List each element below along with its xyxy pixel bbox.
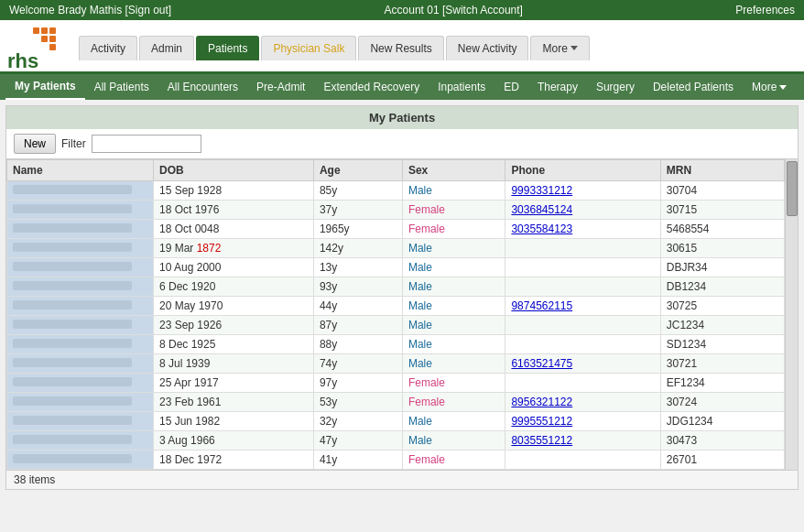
phone-link[interactable]: 9874562115 — [511, 299, 572, 312]
patient-dob: 19 Mar 1872 — [154, 239, 314, 258]
nav-tab-new-activity[interactable]: New Activity — [446, 36, 529, 60]
secondary-nav-surgery[interactable]: Surgery — [587, 75, 644, 99]
patient-name-cell[interactable] — [7, 277, 154, 297]
col-header-name[interactable]: Name — [7, 160, 154, 181]
scrollbar-thumb[interactable] — [787, 161, 798, 216]
phone-link[interactable]: 3035584123 — [511, 223, 572, 235]
secondary-nav-pre-admit[interactable]: Pre-Admit — [247, 75, 314, 99]
patient-name-cell[interactable] — [7, 412, 154, 431]
table-row[interactable]: 15 Sep 192885yMale999333121230704 — [7, 181, 785, 201]
nav-tab-patients[interactable]: Patients — [196, 36, 259, 60]
phone-link[interactable]: 9995551212 — [511, 415, 572, 428]
logo-nav-area: rhs Activity Admin Patients Physician Sa… — [0, 20, 804, 74]
secondary-nav-deleted-patients[interactable]: Deleted Patients — [644, 75, 743, 99]
patient-name-cell[interactable] — [7, 354, 154, 374]
patient-name-cell[interactable] — [7, 220, 154, 239]
table-row[interactable]: 6 Dec 192093yMaleDB1234 — [7, 277, 785, 297]
patient-name-cell[interactable] — [7, 181, 154, 201]
scrollbar[interactable] — [785, 159, 798, 470]
content-title: My Patients — [6, 106, 798, 129]
secondary-nav-more[interactable]: More — [743, 75, 796, 99]
patient-name-blurred — [13, 243, 132, 252]
secondary-nav-inpatients[interactable]: Inpatients — [429, 75, 494, 99]
patient-sex: Male — [402, 335, 505, 354]
patient-name-cell[interactable] — [7, 335, 154, 354]
patient-name-cell[interactable] — [7, 374, 154, 393]
nav-tab-admin[interactable]: Admin — [139, 36, 194, 60]
patient-name-cell[interactable] — [7, 239, 154, 258]
table-row[interactable]: 18 Oct 00481965yFemale30355841235468554 — [7, 220, 785, 239]
new-button[interactable]: New — [14, 134, 56, 154]
col-header-sex[interactable]: Sex — [402, 160, 505, 181]
patient-mrn: 30724 — [660, 393, 784, 412]
patient-name-cell[interactable] — [7, 431, 154, 451]
table-row[interactable]: 19 Mar 1872142yMale30615 — [7, 239, 785, 258]
patient-name-cell[interactable] — [7, 316, 154, 335]
table-row[interactable]: 20 May 197044yMale987456211530725 — [7, 297, 785, 316]
phone-link[interactable]: 8956321122 — [511, 396, 572, 408]
patient-sex: Male — [402, 354, 505, 374]
preferences-text[interactable]: Preferences — [735, 4, 795, 16]
patient-name-blurred — [13, 377, 132, 386]
patient-table: Name DOB Age Sex Phone MRN 15 Sep 192885… — [6, 159, 785, 470]
patient-age: 37y — [313, 201, 402, 220]
patient-name-cell[interactable] — [7, 451, 154, 470]
table-row[interactable]: 8 Jul 193974yMale616352147530721 — [7, 354, 785, 374]
table-row[interactable]: 3 Aug 196647yMale803555121230473 — [7, 431, 785, 451]
col-header-mrn[interactable]: MRN — [660, 160, 784, 181]
patient-dob: 18 Dec 1972 — [154, 451, 314, 470]
patient-phone[interactable]: 3036845124 — [505, 201, 660, 220]
patient-sex: Male — [402, 431, 505, 451]
secondary-nav-my-patients[interactable]: My Patients — [5, 74, 85, 100]
welcome-text[interactable]: Welcome Brady Mathis [Sign out] — [9, 4, 171, 16]
patient-phone[interactable]: 3035584123 — [505, 220, 660, 239]
table-row[interactable]: 25 Apr 191797yFemaleEF1234 — [7, 374, 785, 393]
col-header-age[interactable]: Age — [313, 160, 402, 181]
nav-tab-more[interactable]: More — [530, 36, 589, 60]
secondary-nav-all-encounters[interactable]: All Encounters — [158, 75, 247, 99]
table-row[interactable]: 23 Feb 196153yFemale895632112230724 — [7, 393, 785, 412]
patient-name-blurred — [13, 300, 132, 309]
phone-link[interactable]: 3036845124 — [511, 203, 572, 216]
nav-tab-activity[interactable]: Activity — [79, 36, 137, 60]
patient-sex: Male — [402, 316, 505, 335]
secondary-nav-all-patients[interactable]: All Patients — [85, 75, 158, 99]
secondary-nav-ed[interactable]: ED — [494, 75, 528, 99]
patient-age: 93y — [313, 277, 402, 297]
nav-tab-physician-salk[interactable]: Physician Salk — [261, 36, 356, 60]
table-row[interactable]: 10 Aug 200013yMaleDBJR34 — [7, 258, 785, 277]
filter-input[interactable] — [92, 135, 201, 153]
patient-name-cell[interactable] — [7, 297, 154, 316]
secondary-nav-therapy[interactable]: Therapy — [528, 75, 587, 99]
nav-tab-new-results[interactable]: New Results — [358, 36, 443, 60]
phone-link[interactable]: 6163521475 — [511, 357, 572, 370]
patient-phone — [505, 258, 660, 277]
table-row[interactable]: 15 Jun 198232yMale9995551212JDG1234 — [7, 412, 785, 431]
col-header-phone[interactable]: Phone — [505, 160, 660, 181]
patient-phone[interactable]: 9995551212 — [505, 412, 660, 431]
patient-phone[interactable]: 8956321122 — [505, 393, 660, 412]
patient-dob: 20 May 1970 — [154, 297, 314, 316]
patient-name-cell[interactable] — [7, 201, 154, 220]
col-header-dob[interactable]: DOB — [154, 160, 314, 181]
patient-sex: Male — [402, 258, 505, 277]
patient-phone[interactable]: 9993331212 — [505, 181, 660, 201]
table-row[interactable]: 18 Oct 197637yFemale303684512430715 — [7, 201, 785, 220]
patient-phone[interactable]: 6163521475 — [505, 354, 660, 374]
secondary-nav-extended-recovery[interactable]: Extended Recovery — [314, 75, 429, 99]
patient-name-cell[interactable] — [7, 393, 154, 412]
table-row[interactable]: 18 Dec 197241yFemale26701 — [7, 451, 785, 470]
phone-link[interactable]: 9993331212 — [511, 184, 572, 197]
patient-phone[interactable]: 8035551212 — [505, 431, 660, 451]
patient-phone[interactable]: 9874562115 — [505, 297, 660, 316]
patient-name-blurred — [13, 204, 132, 213]
toolbar: New Filter — [6, 129, 798, 159]
account-text[interactable]: Account 01 [Switch Account] — [385, 4, 523, 16]
phone-link[interactable]: 8035551212 — [511, 434, 572, 447]
patient-dob: 25 Apr 1917 — [154, 374, 314, 393]
top-bar: Welcome Brady Mathis [Sign out] Account … — [0, 0, 804, 20]
patient-dob: 23 Sep 1926 — [154, 316, 314, 335]
patient-name-cell[interactable] — [7, 258, 154, 277]
table-row[interactable]: 8 Dec 192588yMaleSD1234 — [7, 335, 785, 354]
table-row[interactable]: 23 Sep 192687yMaleJC1234 — [7, 316, 785, 335]
